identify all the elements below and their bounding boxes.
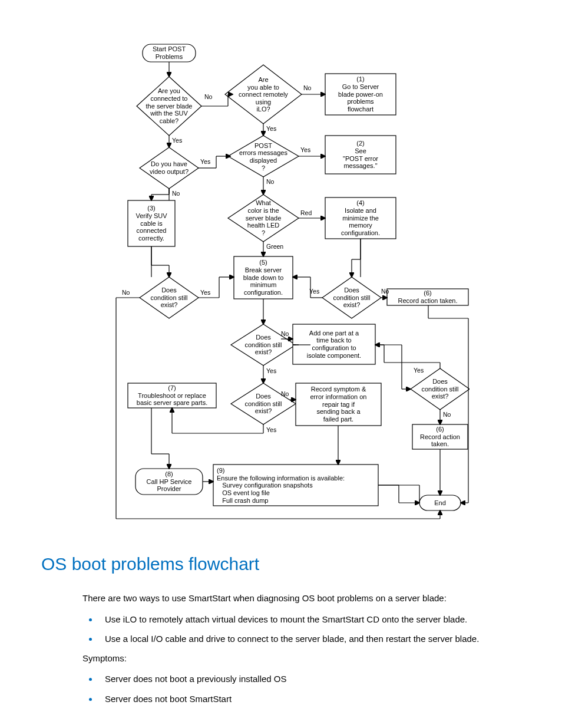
node-start: Start POSTProblems	[143, 44, 196, 62]
body-text: There are two ways to use SmartStart whe…	[82, 592, 515, 706]
node-7: (7)Troubleshoot or replacebasic server s…	[128, 383, 216, 408]
node-6b: (6)Record actiontaken.	[412, 424, 468, 449]
intro-paragraph: There are two ways to use SmartStart whe…	[82, 592, 515, 605]
node-q-suv: Are youconnected tothe server bladewith …	[137, 80, 201, 133]
node-q-post: POSTerrors messagesdisplayed?	[228, 139, 299, 175]
list-item: Use a local I/O cable and drive to conne…	[99, 631, 515, 646]
node-2: (2)See"POST errormessages."	[325, 136, 396, 174]
edge-suv-no: No	[204, 93, 212, 100]
node-addback: Add one part at atime back toconfigurati…	[293, 324, 375, 364]
edge-still4-no: No	[381, 288, 389, 295]
edge-ilo-no: No	[303, 84, 311, 91]
symptoms-list: Server does not boot a previously instal…	[82, 671, 515, 706]
node-q-still-4: Doescondition stillexist?	[322, 283, 381, 312]
edge-stilladd-no: No	[443, 411, 451, 418]
node-q-led: Whatcolor is theserver bladehealth LED?	[228, 197, 299, 239]
node-3: (3)Verify SUVcable isconnectedcorrectly.	[128, 200, 175, 246]
methods-list: Use iLO to remotely attach virtual devic…	[82, 611, 515, 646]
edge-led-red: Red	[300, 209, 312, 216]
edge-suv-yes: Yes	[172, 137, 182, 144]
page: Start POSTProblems Are youconnected toth…	[0, 0, 562, 728]
node-q-video: Do you havevideo output?	[140, 153, 199, 183]
node-q-still-add: Doescondition stillexist?	[411, 374, 470, 404]
node-q-ilo: Areyou able toconnect remotelyusingiLO?	[225, 70, 302, 120]
node-1: (1)Go to Serverblade power-onproblemsflo…	[325, 74, 396, 115]
list-item: Server does not boot SmartStart	[99, 691, 515, 706]
node-record-sym: Record symptom &error information onrepa…	[296, 383, 381, 426]
edge-stillmid-no: No	[281, 330, 289, 337]
edge-stilladd-yes: Yes	[414, 367, 424, 374]
edge-still7-no: No	[281, 390, 289, 397]
node-q-still-left: Doescondition stillexist?	[140, 283, 199, 312]
list-item: Use iLO to remotely attach virtual devic…	[99, 611, 515, 627]
edge-still7-yes: Yes	[266, 426, 276, 433]
edge-post-no: No	[266, 178, 274, 185]
section-heading: OS boot problems flowchart	[41, 554, 521, 574]
node-6: (6)Record action taken.	[387, 289, 468, 305]
node-4: (4)Isolate andminimize thememoryconfigur…	[325, 197, 396, 239]
edge-video-yes: Yes	[200, 158, 210, 165]
edge-ilo-yes: Yes	[266, 125, 276, 132]
edge-video-no: No	[172, 190, 180, 197]
list-item: Server does not boot a previously instal…	[99, 671, 515, 686]
node-end: End	[419, 495, 461, 510]
edge-post-yes: Yes	[300, 146, 310, 153]
edge-stillleft-no: No	[122, 289, 130, 296]
edge-led-green: Green	[266, 243, 283, 250]
edge-stillmid-yes: Yes	[266, 367, 276, 374]
node-5: (5)Break serverblade down tominimumconfi…	[234, 256, 293, 299]
flowchart: Start POSTProblems Are youconnected toth…	[92, 41, 470, 536]
symptoms-label: Symptoms:	[82, 652, 515, 666]
edge-still4-yes: Yes	[309, 288, 319, 295]
edge-stillleft-yes: Yes	[200, 289, 210, 296]
node-8: (8)Call HP ServiceProvider	[135, 469, 203, 495]
node-9: (9)Ensure the following information is a…	[213, 465, 385, 510]
